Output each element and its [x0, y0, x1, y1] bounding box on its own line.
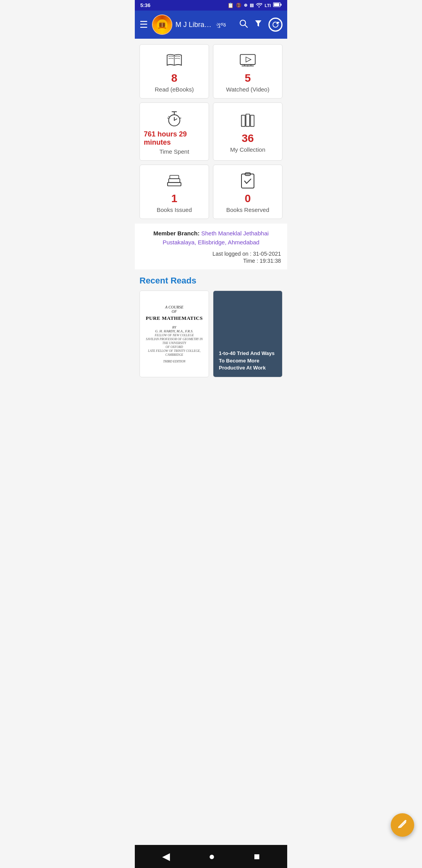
stat-label-time-spent: Time Spent: [159, 148, 189, 155]
time-value: 19:31:38: [260, 258, 281, 264]
stat-label-books-issued: Books Issued: [157, 206, 192, 213]
toolbar: ☰ M J Libra… ગુજ: [135, 11, 287, 39]
search-button[interactable]: [239, 19, 248, 30]
stat-label-my-collection: My Collection: [230, 146, 265, 153]
stat-card-time-spent[interactable]: 761 hours 29 minutes Time Spent: [139, 102, 209, 161]
books-grid: A COURSE OF PURE MATHEMATICS BY G. H. HA…: [139, 291, 283, 377]
book-edition: THIRD EDITION: [163, 360, 185, 363]
last-logged-on: Last logged on : 31-05-2021: [141, 251, 281, 257]
stat-label-watched-video: Watched (Video): [226, 86, 270, 93]
refresh-button[interactable]: [268, 18, 283, 32]
book-sub1: FELLOW OF NEW COLLEGE SAVILIAN PROFESSOR…: [146, 334, 203, 357]
stack-books-icon: [166, 172, 183, 189]
member-branch-label: Member Branch:: [153, 230, 201, 237]
wifi-icon: [256, 3, 262, 8]
recent-reads-title: Recent Reads: [139, 276, 283, 286]
book-main-title: PURE MATHEMATICS: [146, 315, 203, 321]
svg-rect-3: [281, 4, 282, 6]
svg-marker-9: [255, 20, 261, 27]
book-cover-productive: 1-to-40 Tried And Ways To Become More Pr…: [213, 291, 282, 377]
toolbar-logo-area: M J Libra… ગુજ: [152, 14, 235, 35]
vpn-icon: ⊕: [244, 3, 247, 8]
missed-call-icon: 📵: [236, 3, 241, 8]
svg-line-21: [174, 119, 177, 120]
svg-rect-2: [274, 3, 279, 6]
open-book-icon: [166, 52, 183, 69]
stat-value-watched-video: 5: [245, 72, 251, 84]
battery-icon: [273, 2, 282, 8]
stat-value-books-reserved: 0: [245, 192, 251, 205]
notification-icon: 📋: [227, 2, 234, 8]
book-of-text: OF: [172, 309, 177, 314]
video-player-icon: [239, 52, 256, 69]
stopwatch-icon: [166, 110, 183, 127]
svg-rect-12: [240, 54, 256, 65]
status-time: 5:36: [140, 2, 150, 8]
stat-value-books-issued: 1: [171, 192, 177, 205]
last-logged-label: Last logged on :: [213, 251, 252, 257]
books-stack-icon: [239, 112, 256, 129]
svg-rect-34: [170, 176, 179, 179]
recent-reads-section: Recent Reads A COURSE OF PURE MATHEMATIC…: [135, 269, 287, 380]
clipboard-check-icon: [239, 172, 256, 189]
sd-card-icon: ▤: [250, 3, 254, 8]
time-label: Time :: [243, 258, 258, 264]
member-info: Member Branch: Sheth Maneklal Jethabhai …: [135, 224, 287, 269]
svg-rect-27: [246, 114, 250, 127]
library-logo: [152, 14, 172, 35]
status-right-icons: 📋 📵 ⊕ ▤ LTI: [227, 2, 282, 8]
status-bar: 5:36 📋 📵 ⊕ ▤ LTI: [135, 0, 287, 11]
book-author: BY G. H. HARDY, M.A., F.R.S. FELLOW OF N…: [145, 325, 204, 357]
stat-value-time-spent: 761 hours 29 minutes: [144, 130, 205, 147]
book-cover-pure-mathematics: A COURSE OF PURE MATHEMATICS BY G. H. HA…: [140, 291, 209, 377]
last-logged-time: Time : 19:31:38: [141, 258, 281, 264]
svg-rect-28: [250, 115, 254, 127]
svg-line-8: [245, 25, 248, 28]
stat-card-watched-video[interactable]: 5 Watched (Video): [213, 44, 283, 99]
book-card-productive-at-work[interactable]: 1-to-40 Tried And Ways To Become More Pr…: [213, 291, 283, 377]
menu-button[interactable]: ☰: [139, 19, 148, 30]
stat-label-read-ebooks: Read (eBooks): [155, 86, 194, 93]
stat-value-my-collection: 36: [241, 132, 254, 145]
svg-rect-26: [241, 115, 245, 127]
svg-rect-35: [241, 174, 254, 188]
svg-line-0: [261, 3, 262, 4]
toolbar-title: M J Libra…: [175, 21, 211, 29]
book-title-productive: 1-to-40 Tried And Ways To Become More Pr…: [219, 350, 277, 371]
lte-icon: LTI: [265, 3, 271, 8]
stat-card-my-collection[interactable]: 36 My Collection: [213, 102, 283, 161]
svg-rect-32: [168, 183, 181, 186]
stat-label-books-reserved: Books Reserved: [226, 206, 269, 213]
stat-card-books-issued[interactable]: 1 Books Issued: [139, 165, 209, 219]
stat-card-read-ebooks[interactable]: 8 Read (eBooks): [139, 44, 209, 99]
toolbar-actions: [239, 18, 283, 32]
svg-point-17: [247, 65, 249, 66]
svg-marker-13: [246, 57, 251, 62]
member-branch-line: Member Branch: Sheth Maneklal Jethabhai …: [141, 229, 281, 247]
svg-rect-33: [169, 179, 180, 183]
stat-value-read-ebooks: 8: [171, 72, 177, 84]
svg-line-25: [168, 116, 170, 117]
book-card-pure-mathematics[interactable]: A COURSE OF PURE MATHEMATICS BY G. H. HA…: [139, 291, 209, 377]
toolbar-language: ગુજ: [216, 21, 226, 28]
stat-card-books-reserved[interactable]: 0 Books Reserved: [213, 165, 283, 219]
stats-grid: 8 Read (eBooks) 5 Watched (Video): [135, 39, 287, 222]
book-pre-title: A COURSE: [165, 305, 184, 309]
filter-button[interactable]: [254, 19, 263, 30]
last-logged-date: 31-05-2021: [253, 251, 281, 257]
